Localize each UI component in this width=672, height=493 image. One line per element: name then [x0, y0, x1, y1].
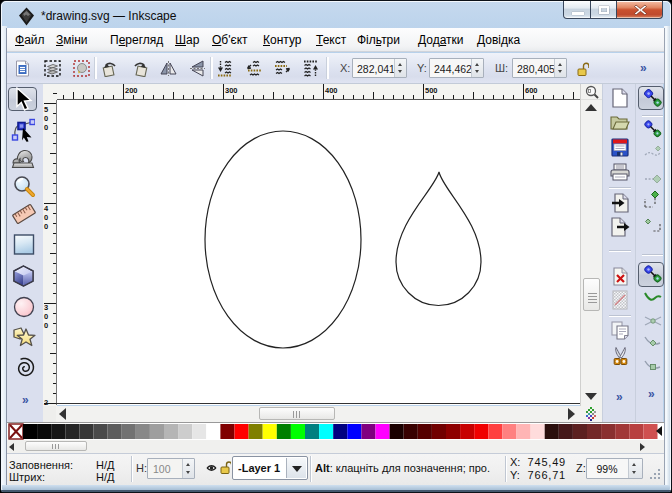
svg-text:400: 400 [325, 86, 338, 95]
svg-text:4: 4 [44, 204, 49, 213]
svg-text:0: 0 [44, 312, 48, 321]
svg-text:3: 3 [44, 303, 48, 312]
svg-text:0: 0 [44, 213, 48, 222]
svg-text:200: 200 [125, 86, 138, 95]
svg-text:0: 0 [44, 321, 48, 330]
svg-text:500: 500 [425, 86, 438, 95]
svg-text:0: 0 [44, 114, 48, 123]
svg-text:0: 0 [44, 123, 48, 132]
svg-text:5: 5 [44, 105, 48, 114]
svg-text:300: 300 [225, 86, 238, 95]
svg-text:2: 2 [44, 398, 48, 406]
svg-text:600: 600 [525, 86, 538, 95]
svg-text:0: 0 [44, 222, 48, 231]
